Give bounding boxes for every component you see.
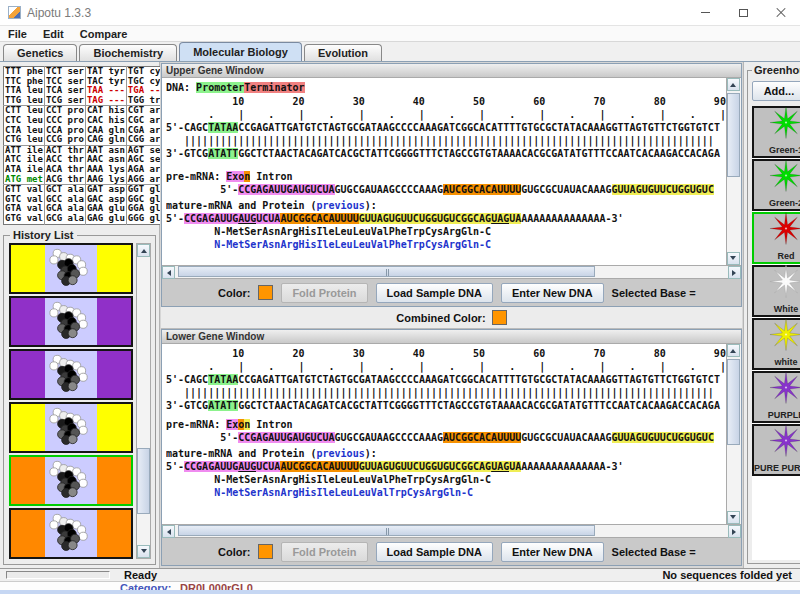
protein-current: N-MetSerAsnArgHisIleLeuLeuValPheTrpCysAr…: [166, 225, 726, 238]
codon-cell-TAG: TAG ---: [85, 96, 126, 106]
tab-genetics[interactable]: Genetics: [3, 44, 77, 61]
organism-color-band: [11, 510, 45, 557]
protein-thumbnail: [45, 245, 97, 292]
app-icon: [8, 6, 21, 19]
organism-color-band: [11, 457, 45, 504]
scroll-up-button[interactable]: [727, 344, 740, 357]
dna-strand-3[interactable]: 3'-GTCGATATTGGCTCTAACTACAGATCACGCTATTCGG…: [166, 399, 726, 412]
menu-item-compare[interactable]: Compare: [72, 28, 136, 40]
greenhouse-flower-green-2[interactable]: Green-2: [752, 159, 800, 211]
upper-button-row: Color: Fold Protein Load Sample DNA Ente…: [162, 278, 741, 306]
combined-color-row: Combined Color:: [161, 307, 742, 329]
enter-new-dna-button[interactable]: Enter New DNA: [501, 283, 604, 303]
protein-current: N-MetSerAsnArgHisIleLeuLeuValPheTrpCysAr…: [166, 473, 726, 486]
previous-link[interactable]: previous: [317, 448, 365, 459]
category-value: DR0L000rGL0: [180, 582, 253, 590]
greenhouse-flower-white[interactable]: white: [752, 318, 800, 370]
history-item-4[interactable]: [9, 402, 133, 453]
lower-vertical-scrollbar[interactable]: [726, 344, 741, 524]
dna-strand-5[interactable]: 5'-CAGCTATAACCGAGATTGATGTCTAGTGCGATAAGCC…: [166, 373, 726, 386]
history-scrollbar[interactable]: [136, 243, 151, 559]
upper-horizontal-scrollbar[interactable]: [162, 265, 741, 278]
flower-label: Green-1: [769, 145, 800, 156]
title-bar: Aipotu 1.3.3: [0, 0, 800, 26]
lower-gene-window: Lower Gene Window 10 20 30 40 50 60 70 8…: [161, 329, 742, 566]
dna-legend: DNA: PromoterTerminator: [166, 81, 726, 95]
greenhouse-flower-red[interactable]: Red: [752, 212, 800, 264]
menu-item-edit[interactable]: Edit: [35, 28, 72, 40]
greenhouse-flower-purple[interactable]: PURPLE: [752, 371, 800, 423]
history-item-5[interactable]: [9, 455, 133, 506]
pre-mrna-label: pre-mRNA: Exon Intron: [166, 170, 726, 183]
organism-color-band: [97, 457, 131, 504]
codon-cell-GAG: GAG glu: [85, 214, 126, 224]
load-sample-dna-button[interactable]: Load Sample DNA: [376, 283, 493, 303]
app-window: Aipotu 1.3.3 FileEditCompare GeneticsBio…: [0, 0, 800, 594]
fold-protein-button[interactable]: Fold Protein: [281, 542, 367, 562]
load-sample-dna-button[interactable]: Load Sample DNA: [376, 542, 493, 562]
tab-molecular-biology[interactable]: Molecular Biology: [179, 42, 302, 61]
scroll-left-button[interactable]: [162, 525, 175, 538]
organism-color-band: [97, 404, 131, 451]
organism-color-band: [11, 404, 45, 451]
scroll-down-button[interactable]: [727, 511, 740, 524]
scroll-right-button[interactable]: [728, 525, 741, 538]
organism-color-band: [11, 351, 45, 398]
history-item-3[interactable]: [9, 349, 133, 400]
close-button[interactable]: [762, 0, 800, 25]
organism-color-band: [97, 298, 131, 345]
dna-strand-3[interactable]: 3'-GTCGATATTGGCTCTAACTACAGATCACGCTATTCGG…: [166, 147, 726, 160]
upper-vertical-scrollbar[interactable]: [726, 78, 741, 265]
codon-table: TTT pheTCT serTAT tyrTGT cysTTC pheTCC s…: [3, 66, 168, 225]
pre-mrna-sequence[interactable]: 5'-CCGAGAUUGAUGUCUAGUGCGAUAAGCCCCAAAGAUC…: [166, 183, 726, 196]
flower-label: PURPLE: [768, 410, 800, 421]
history-item-1[interactable]: [9, 243, 133, 294]
scroll-down-button[interactable]: [727, 252, 740, 265]
scroll-up-button[interactable]: [727, 78, 740, 91]
tab-evolution[interactable]: Evolution: [304, 44, 382, 61]
maximize-button[interactable]: [724, 0, 762, 25]
scrollbar-thumb[interactable]: [178, 525, 595, 536]
protein-thumbnail: [45, 457, 97, 504]
codon-cell-AAG: AAG lys: [85, 175, 126, 185]
greenhouse-flower-white[interactable]: White: [752, 265, 800, 317]
history-item-2[interactable]: [9, 296, 133, 347]
tab-biochemistry[interactable]: Biochemistry: [79, 44, 177, 61]
flower-label: white: [774, 357, 797, 368]
scrollbar-thumb[interactable]: [137, 448, 150, 514]
pre-mrna-sequence[interactable]: 5'-CCGAGAUUGAUGUCUAGUGCGAUAAGCCCCAAAGAUC…: [166, 431, 726, 444]
greenhouse-flower-pure-purple[interactable]: PURE PURPLE: [752, 424, 800, 476]
upper-sequence-area: DNA: PromoterTerminator 10 20 30 40 50 6…: [162, 78, 726, 265]
scroll-left-button[interactable]: [162, 266, 175, 279]
protein-color-swatch: [258, 544, 273, 559]
fold-protein-button[interactable]: Fold Protein: [281, 283, 367, 303]
lower-horizontal-scrollbar[interactable]: [162, 524, 741, 537]
scroll-up-button[interactable]: [137, 244, 150, 257]
scrollbar-thumb[interactable]: [178, 266, 595, 277]
history-item-6[interactable]: [9, 508, 133, 559]
scrollbar-thumb[interactable]: [727, 359, 740, 445]
upper-gene-window: Upper Gene Window DNA: PromoterTerminato…: [161, 63, 742, 307]
mature-mrna-sequence[interactable]: 5'-CCGAGAUUGAUGUCUAAUCGGCACAUUUUGUUAGUGU…: [166, 212, 726, 225]
mature-mrna-sequence[interactable]: 5'-CCGAGAUUGAUGUCUAAUCGGCACAUUUUGUUAGUGU…: [166, 460, 726, 473]
scrollbar-thumb[interactable]: [727, 93, 740, 177]
greenhouse-flower-list: Green-1Green-2RedWhitewhitePURPLEPURE PU…: [752, 106, 800, 560]
codon-cell-ATG: ATG met: [4, 175, 45, 185]
previous-link[interactable]: previous: [317, 200, 365, 211]
scroll-right-button[interactable]: [728, 266, 741, 279]
menu-item-file[interactable]: File: [0, 28, 35, 40]
flower-label: PURE PURPLE: [754, 463, 800, 474]
upper-gene-window-header: Upper Gene Window: [162, 64, 741, 78]
minimize-button[interactable]: [686, 0, 724, 25]
enter-new-dna-button[interactable]: Enter New DNA: [501, 542, 604, 562]
main-content: TTT pheTCT serTAT tyrTGT cysTTC pheTCC s…: [0, 62, 800, 568]
organism-color-band: [97, 351, 131, 398]
base-pair-lines: ||||||||||||||||||||||||||||||||||||||||…: [166, 386, 726, 399]
scroll-down-button[interactable]: [137, 545, 150, 558]
add-flower-button[interactable]: Add...: [752, 81, 800, 101]
lower-gene-window-header: Lower Gene Window: [162, 330, 741, 344]
codon-cell-CTG: CTG leu: [4, 135, 45, 145]
dna-strand-5[interactable]: 5'-CAGCTATAACCGAGATTGATGTCTAGTGCGATAAGCC…: [166, 121, 726, 134]
greenhouse-flower-green-1[interactable]: Green-1: [752, 106, 800, 158]
greenhouse-title: Greenhouse: [752, 64, 800, 76]
